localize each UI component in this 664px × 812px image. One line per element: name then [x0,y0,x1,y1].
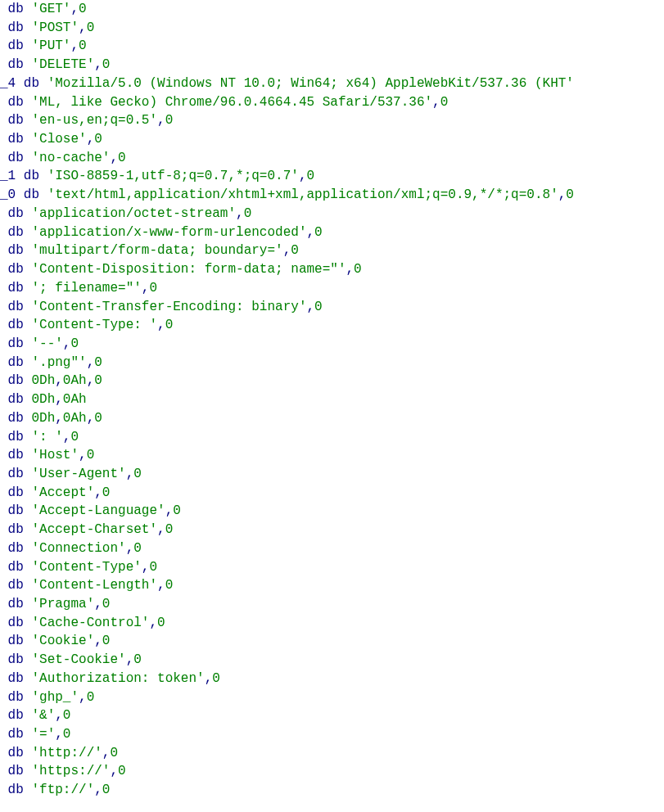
db-opcode: db [8,318,24,332]
zero-byte: 0 [87,20,95,35]
zero-byte: 0 [70,336,79,351]
string-literal: 'Pragma' [31,597,94,611]
db-opcode: db [8,764,24,778]
string-literal: ': ' [31,430,62,444]
asm-line: db 'ftp://',0 [0,781,664,800]
zero-byte: 0 [440,95,449,110]
zero-byte: 0 [149,281,157,295]
terminator: , [79,690,87,705]
byte-literal: 0Ah [63,411,87,426]
zero-byte: 0 [173,503,181,518]
string-literal: 'ML, like Gecko) Chrome/96.0.4664.45 Saf… [31,95,432,110]
string-literal: 'Connection' [31,541,125,556]
zero-byte: 0 [133,541,142,556]
zero-byte: 0 [306,169,314,183]
string-literal: 'Content-Type: ' [31,318,157,332]
zero-byte: 0 [165,113,174,128]
string-literal: 'Mozilla/5.0 (Windows NT 10.0; Win64; x6… [47,76,574,91]
terminator: , [102,746,111,760]
db-opcode: db [8,746,24,760]
asm-line: db 'Close',0 [0,130,664,149]
db-opcode: db [8,597,24,611]
string-literal: 'User-Agent' [31,467,125,481]
string-literal: 'Cache-Control' [31,616,149,630]
asm-line: db 'Cookie',0 [0,632,664,651]
terminator: , [94,57,102,72]
terminator: , [63,430,71,444]
asm-line: _1 db 'ISO-8859-1,utf-8;q=0.7,*;q=0.7',0 [0,167,664,186]
zero-byte: 0 [63,727,71,742]
db-opcode: db [8,113,24,128]
asm-line: db 'Content-Length',0 [0,576,664,595]
string-literal: 'multipart/form-data; boundary=' [31,243,282,258]
asm-line: db '&',0 [0,706,664,725]
asm-line: db 'http://',0 [0,744,664,763]
zero-byte: 0 [79,38,87,53]
zero-byte: 0 [566,187,574,202]
terminator: , [283,243,291,258]
asm-line: db 'Accept-Charset',0 [0,521,664,539]
zero-byte: 0 [157,616,165,630]
zero-byte: 0 [165,318,174,332]
asm-line: db 'Content-Disposition: form-data; name… [0,260,664,279]
asm-line: db 'ghp_',0 [0,688,664,707]
zero-byte: 0 [87,690,95,705]
db-opcode: db [8,727,24,742]
asm-line: db 'multipart/form-data; boundary=',0 [0,241,664,260]
terminator: , [94,597,102,611]
terminator: , [205,671,213,686]
terminator: , [79,448,87,462]
asm-line: db 'Connection',0 [0,539,664,558]
string-literal: 'ftp://' [31,783,94,797]
asm-line: db 'application/octet-stream',0 [0,205,664,223]
zero-byte: 0 [102,634,111,648]
zero-byte: 0 [149,560,157,575]
terminator: , [94,783,102,797]
byte-literal: 0Dh [31,373,55,388]
zero-byte: 0 [110,746,118,760]
string-literal: 'application/x-www-form-urlencoded' [31,225,306,240]
string-literal: 'DELETE' [31,57,94,72]
asm-line: db ': ',0 [0,428,664,447]
string-literal: 'GET' [31,2,70,16]
terminator: , [87,132,95,147]
db-opcode: db [8,355,24,370]
zero-byte: 0 [354,262,362,277]
terminator: , [126,467,134,481]
asm-line: db 0Dh,0Ah,0 [0,372,664,390]
string-literal: 'Set-Cookie' [31,652,125,667]
string-literal: 'en-us,en;q=0.5' [31,113,157,128]
string-literal: '--' [31,336,62,351]
db-opcode: db [8,206,24,221]
label: _4 [0,76,16,91]
db-opcode: db [8,708,24,723]
terminator: , [157,522,165,537]
db-opcode: db [24,169,39,183]
db-opcode: db [8,225,24,240]
terminator: , [110,151,118,165]
string-literal: 'Cookie' [31,634,94,648]
zero-byte: 0 [165,578,174,593]
zero-byte: 0 [70,430,79,444]
terminator: , [126,541,134,556]
terminator: , [165,503,174,518]
zero-byte: 0 [63,708,71,723]
db-opcode: db [8,690,24,705]
terminator: , [157,113,165,128]
db-opcode: db [8,132,24,147]
label: _0 [0,187,16,202]
terminator: , [63,336,71,351]
byte-literal: 0 [94,373,102,388]
string-literal: 'text/html,application/xhtml+xml,applica… [47,187,558,202]
asm-line: db 0Dh,0Ah,0 [0,409,664,428]
terminator: , [142,281,150,295]
db-opcode: db [8,522,24,537]
asm-line: db 'DELETE',0 [0,56,664,74]
byte-literal: 0Ah [63,373,87,388]
string-literal: 'Accept-Language' [31,503,165,518]
db-opcode: db [8,336,24,351]
db-opcode: db [8,485,24,500]
terminator: , [70,38,79,53]
db-opcode: db [8,503,24,518]
zero-byte: 0 [133,467,142,481]
